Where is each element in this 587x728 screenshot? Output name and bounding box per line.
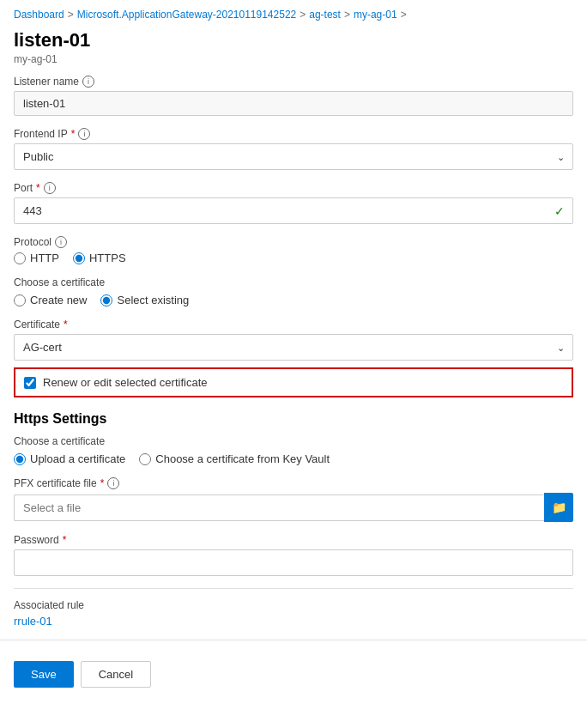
frontend-ip-label: Frontend IP * i [14,128,573,140]
keyvault-cert-label: Choose a certificate from Key Vault [155,452,330,465]
folder-icon: 📁 [552,500,566,514]
renew-checkbox[interactable] [24,377,36,389]
listener-name-info-icon[interactable]: i [82,76,94,88]
save-button[interactable]: Save [14,661,74,688]
bottom-divider [0,640,587,640]
password-required: * [63,534,67,546]
port-info-icon[interactable]: i [44,182,56,194]
create-new-option[interactable]: Create new [14,294,87,306]
protocol-radio-group: HTTP HTTPS [14,252,573,264]
keyvault-cert-option[interactable]: Choose a certificate from Key Vault [139,452,330,465]
frontend-ip-required: * [71,128,76,140]
upload-cert-radio[interactable] [14,453,26,465]
create-new-label: Create new [30,294,87,306]
protocol-info-icon[interactable]: i [55,236,67,248]
pfx-browse-button[interactable]: 📁 [544,493,573,522]
password-label: Password * [14,534,573,546]
password-group: Password * [14,534,573,576]
listener-name-input[interactable] [14,91,573,116]
divider [14,588,573,589]
breadcrumb: Dashboard > Microsoft.ApplicationGateway… [0,0,587,26]
associated-rule-group: Associated rule rrule-01 [14,599,573,628]
pfx-info-icon[interactable]: i [107,477,119,489]
select-existing-radio[interactable] [100,294,112,306]
protocol-http-label: HTTP [30,252,59,264]
frontend-ip-info-icon[interactable]: i [78,128,90,140]
protocol-https-option[interactable]: HTTPS [73,252,126,264]
select-existing-label: Select existing [117,294,189,306]
frontend-ip-select-wrapper: Public Private ⌄ [14,143,573,170]
page-subtitle: my-ag-01 [0,53,587,76]
breadcrumb-sep-4: > [401,9,407,21]
protocol-group: Protocol i HTTP HTTPS [14,236,573,264]
frontend-ip-group: Frontend IP * i Public Private ⌄ [14,128,573,170]
pfx-file-input-wrapper: 📁 [14,493,573,522]
port-check-icon: ✓ [554,204,565,218]
breadcrumb-sep-2: > [300,9,306,21]
breadcrumb-my-ag[interactable]: my-ag-01 [354,9,397,21]
https-settings-heading: Https Settings [14,411,573,427]
upload-cert-option[interactable]: Upload a certificate [14,452,125,465]
pfx-required: * [100,477,105,489]
https-choose-cert-group: Choose a certificate Upload a certificat… [14,435,573,465]
breadcrumb-sep-1: > [68,9,74,21]
pfx-label: PFX certificate file * i [14,477,573,489]
port-group: Port * i 443 ✓ [14,182,573,224]
certificate-label: Certificate * [14,318,573,331]
associated-rule-link[interactable]: rrule-01 [14,615,52,628]
protocol-http-option[interactable]: HTTP [14,252,59,264]
breadcrumb-sep-3: > [344,9,350,21]
port-required: * [36,182,40,194]
keyvault-cert-radio[interactable] [139,453,151,465]
port-label: Port * i [14,182,573,194]
protocol-https-label: HTTPS [89,252,126,264]
breadcrumb-gateway[interactable]: Microsoft.ApplicationGateway-20210119142… [77,9,297,21]
breadcrumb-dashboard[interactable]: Dashboard [14,9,64,21]
renew-checkbox-row[interactable]: Renew or edit selected certificate [14,367,573,397]
cert-radio-group: Create new Select existing [14,294,573,306]
port-select-wrapper: 443 ✓ [14,197,573,224]
pfx-group: PFX certificate file * i 📁 [14,477,573,522]
upload-cert-label: Upload a certificate [30,452,125,465]
protocol-https-radio[interactable] [73,252,85,264]
cancel-button[interactable]: Cancel [81,661,151,688]
password-input[interactable] [14,549,573,576]
protocol-label: Protocol i [14,236,573,248]
certificate-group: Certificate * AG-cert ⌄ Renew or edit se… [14,318,573,397]
page-title: listen-01 [0,26,587,53]
create-new-radio[interactable] [14,294,26,306]
choose-cert-label: Choose a certificate [14,276,573,288]
certificate-required: * [64,318,68,331]
select-existing-option[interactable]: Select existing [100,294,189,306]
listener-name-label: Listener name i [14,76,573,88]
breadcrumb-ag-test[interactable]: ag-test [309,9,341,21]
action-buttons: Save Cancel [0,651,587,701]
https-cert-radio-group: Upload a certificate Choose a certificat… [14,452,573,465]
renew-checkbox-label[interactable]: Renew or edit selected certificate [43,376,207,389]
choose-cert-group: Choose a certificate Create new Select e… [14,276,573,306]
protocol-http-radio[interactable] [14,252,26,264]
certificate-select-wrapper: AG-cert ⌄ [14,334,573,361]
https-choose-cert-label: Choose a certificate [14,435,573,447]
pfx-file-input[interactable] [14,494,544,521]
port-select[interactable]: 443 [14,197,573,224]
frontend-ip-select[interactable]: Public Private [14,143,573,170]
certificate-select[interactable]: AG-cert [14,334,573,361]
associated-rule-label: Associated rule [14,599,573,611]
listener-name-group: Listener name i [14,76,573,116]
